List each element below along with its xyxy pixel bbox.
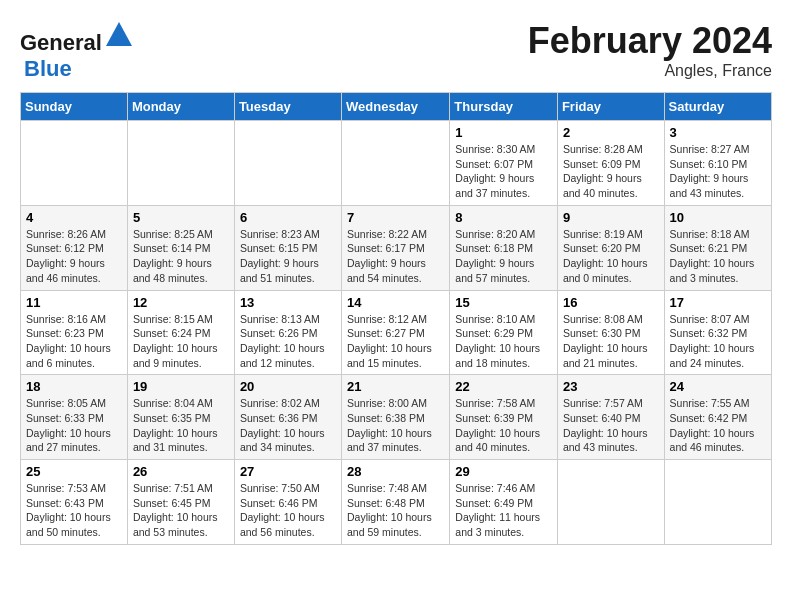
day-info: Sunrise: 8:30 AMSunset: 6:07 PMDaylight:… [455,142,552,201]
day-number: 9 [563,210,659,225]
svg-marker-0 [106,22,132,46]
calendar-cell: 13Sunrise: 8:13 AMSunset: 6:26 PMDayligh… [234,290,341,375]
day-number: 15 [455,295,552,310]
calendar-cell: 5Sunrise: 8:25 AMSunset: 6:14 PMDaylight… [127,205,234,290]
calendar-cell: 3Sunrise: 8:27 AMSunset: 6:10 PMDaylight… [664,121,771,206]
calendar-cell: 15Sunrise: 8:10 AMSunset: 6:29 PMDayligh… [450,290,558,375]
day-number: 6 [240,210,336,225]
weekday-header-friday: Friday [557,93,664,121]
day-number: 3 [670,125,766,140]
logo-general: General [20,30,102,55]
calendar-cell [557,460,664,545]
calendar-cell: 25Sunrise: 7:53 AMSunset: 6:43 PMDayligh… [21,460,128,545]
day-info: Sunrise: 8:08 AMSunset: 6:30 PMDaylight:… [563,312,659,371]
calendar-cell: 14Sunrise: 8:12 AMSunset: 6:27 PMDayligh… [342,290,450,375]
day-info: Sunrise: 7:46 AMSunset: 6:49 PMDaylight:… [455,481,552,540]
calendar-cell: 28Sunrise: 7:48 AMSunset: 6:48 PMDayligh… [342,460,450,545]
day-info: Sunrise: 7:53 AMSunset: 6:43 PMDaylight:… [26,481,122,540]
day-info: Sunrise: 8:19 AMSunset: 6:20 PMDaylight:… [563,227,659,286]
day-number: 14 [347,295,444,310]
day-number: 2 [563,125,659,140]
calendar-cell: 10Sunrise: 8:18 AMSunset: 6:21 PMDayligh… [664,205,771,290]
day-info: Sunrise: 7:55 AMSunset: 6:42 PMDaylight:… [670,396,766,455]
title-area: February 2024 Angles, France [528,20,772,80]
page-header: General Blue February 2024 Angles, Franc… [20,20,772,82]
day-info: Sunrise: 7:51 AMSunset: 6:45 PMDaylight:… [133,481,229,540]
day-info: Sunrise: 8:25 AMSunset: 6:14 PMDaylight:… [133,227,229,286]
day-number: 27 [240,464,336,479]
calendar-cell: 22Sunrise: 7:58 AMSunset: 6:39 PMDayligh… [450,375,558,460]
day-number: 12 [133,295,229,310]
calendar-cell: 24Sunrise: 7:55 AMSunset: 6:42 PMDayligh… [664,375,771,460]
day-info: Sunrise: 7:57 AMSunset: 6:40 PMDaylight:… [563,396,659,455]
weekday-header-row: SundayMondayTuesdayWednesdayThursdayFrid… [21,93,772,121]
calendar-cell: 2Sunrise: 8:28 AMSunset: 6:09 PMDaylight… [557,121,664,206]
day-number: 28 [347,464,444,479]
calendar-week-5: 25Sunrise: 7:53 AMSunset: 6:43 PMDayligh… [21,460,772,545]
calendar-cell: 26Sunrise: 7:51 AMSunset: 6:45 PMDayligh… [127,460,234,545]
day-number: 29 [455,464,552,479]
day-info: Sunrise: 7:48 AMSunset: 6:48 PMDaylight:… [347,481,444,540]
calendar-cell [21,121,128,206]
day-number: 20 [240,379,336,394]
day-number: 13 [240,295,336,310]
calendar-cell: 29Sunrise: 7:46 AMSunset: 6:49 PMDayligh… [450,460,558,545]
month-year-title: February 2024 [528,20,772,62]
day-info: Sunrise: 8:22 AMSunset: 6:17 PMDaylight:… [347,227,444,286]
logo-blue: Blue [24,56,72,81]
day-number: 8 [455,210,552,225]
day-info: Sunrise: 8:26 AMSunset: 6:12 PMDaylight:… [26,227,122,286]
calendar-cell: 6Sunrise: 8:23 AMSunset: 6:15 PMDaylight… [234,205,341,290]
calendar-cell: 20Sunrise: 8:02 AMSunset: 6:36 PMDayligh… [234,375,341,460]
day-number: 21 [347,379,444,394]
location-subtitle: Angles, France [528,62,772,80]
calendar-cell: 21Sunrise: 8:00 AMSunset: 6:38 PMDayligh… [342,375,450,460]
calendar-body: 1Sunrise: 8:30 AMSunset: 6:07 PMDaylight… [21,121,772,545]
weekday-header-wednesday: Wednesday [342,93,450,121]
calendar-cell: 12Sunrise: 8:15 AMSunset: 6:24 PMDayligh… [127,290,234,375]
day-number: 7 [347,210,444,225]
day-info: Sunrise: 8:20 AMSunset: 6:18 PMDaylight:… [455,227,552,286]
day-number: 25 [26,464,122,479]
weekday-header-tuesday: Tuesday [234,93,341,121]
day-number: 5 [133,210,229,225]
day-info: Sunrise: 8:23 AMSunset: 6:15 PMDaylight:… [240,227,336,286]
day-info: Sunrise: 8:10 AMSunset: 6:29 PMDaylight:… [455,312,552,371]
day-info: Sunrise: 7:50 AMSunset: 6:46 PMDaylight:… [240,481,336,540]
calendar-cell [664,460,771,545]
calendar-cell: 9Sunrise: 8:19 AMSunset: 6:20 PMDaylight… [557,205,664,290]
calendar-cell: 18Sunrise: 8:05 AMSunset: 6:33 PMDayligh… [21,375,128,460]
calendar-cell: 19Sunrise: 8:04 AMSunset: 6:35 PMDayligh… [127,375,234,460]
calendar-cell: 8Sunrise: 8:20 AMSunset: 6:18 PMDaylight… [450,205,558,290]
day-info: Sunrise: 8:27 AMSunset: 6:10 PMDaylight:… [670,142,766,201]
day-info: Sunrise: 8:00 AMSunset: 6:38 PMDaylight:… [347,396,444,455]
calendar-cell: 4Sunrise: 8:26 AMSunset: 6:12 PMDaylight… [21,205,128,290]
day-info: Sunrise: 8:04 AMSunset: 6:35 PMDaylight:… [133,396,229,455]
day-number: 26 [133,464,229,479]
calendar-week-3: 11Sunrise: 8:16 AMSunset: 6:23 PMDayligh… [21,290,772,375]
calendar-cell: 23Sunrise: 7:57 AMSunset: 6:40 PMDayligh… [557,375,664,460]
weekday-header-monday: Monday [127,93,234,121]
day-info: Sunrise: 8:16 AMSunset: 6:23 PMDaylight:… [26,312,122,371]
calendar-cell: 27Sunrise: 7:50 AMSunset: 6:46 PMDayligh… [234,460,341,545]
calendar-cell: 16Sunrise: 8:08 AMSunset: 6:30 PMDayligh… [557,290,664,375]
calendar-cell [127,121,234,206]
day-number: 16 [563,295,659,310]
calendar-week-4: 18Sunrise: 8:05 AMSunset: 6:33 PMDayligh… [21,375,772,460]
calendar-table: SundayMondayTuesdayWednesdayThursdayFrid… [20,92,772,545]
calendar-cell [342,121,450,206]
weekday-header-thursday: Thursday [450,93,558,121]
logo: General Blue [20,20,134,82]
weekday-header-saturday: Saturday [664,93,771,121]
day-number: 4 [26,210,122,225]
day-number: 18 [26,379,122,394]
calendar-cell: 1Sunrise: 8:30 AMSunset: 6:07 PMDaylight… [450,121,558,206]
day-info: Sunrise: 7:58 AMSunset: 6:39 PMDaylight:… [455,396,552,455]
day-info: Sunrise: 8:12 AMSunset: 6:27 PMDaylight:… [347,312,444,371]
calendar-cell: 11Sunrise: 8:16 AMSunset: 6:23 PMDayligh… [21,290,128,375]
calendar-week-1: 1Sunrise: 8:30 AMSunset: 6:07 PMDaylight… [21,121,772,206]
day-info: Sunrise: 8:18 AMSunset: 6:21 PMDaylight:… [670,227,766,286]
day-info: Sunrise: 8:28 AMSunset: 6:09 PMDaylight:… [563,142,659,201]
day-info: Sunrise: 8:05 AMSunset: 6:33 PMDaylight:… [26,396,122,455]
day-info: Sunrise: 8:07 AMSunset: 6:32 PMDaylight:… [670,312,766,371]
